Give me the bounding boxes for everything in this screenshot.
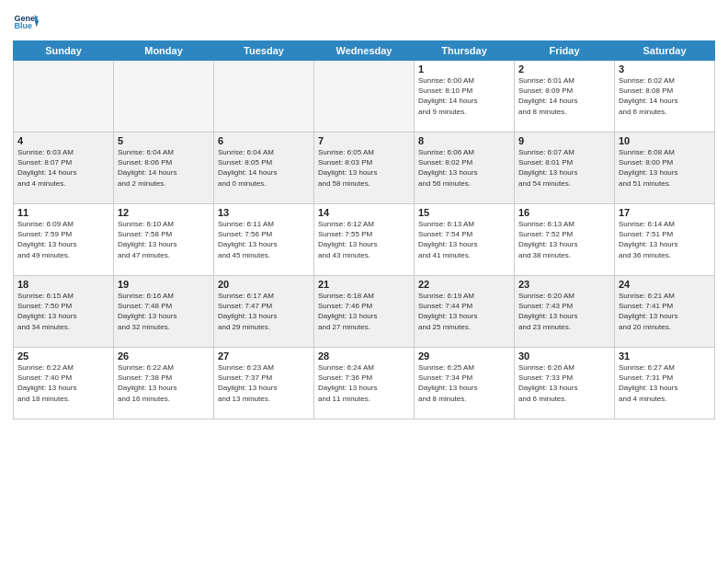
day-info: Sunrise: 6:21 AM Sunset: 7:41 PM Dayligh… xyxy=(619,291,711,332)
day-info: Sunrise: 6:24 AM Sunset: 7:36 PM Dayligh… xyxy=(318,362,410,404)
calendar-cell: 3Sunrise: 6:02 AM Sunset: 8:08 PM Daylig… xyxy=(615,61,715,132)
calendar-cell: 21Sunrise: 6:18 AM Sunset: 7:46 PM Dayli… xyxy=(314,276,415,348)
calendar-cell: 23Sunrise: 6:20 AM Sunset: 7:43 PM Dayli… xyxy=(515,276,615,348)
day-number: 15 xyxy=(418,207,510,218)
day-number: 14 xyxy=(318,207,410,218)
day-info: Sunrise: 6:12 AM Sunset: 7:55 PM Dayligh… xyxy=(318,219,410,260)
calendar-cell: 25Sunrise: 6:22 AM Sunset: 7:40 PM Dayli… xyxy=(14,348,114,419)
calendar-cell: 8Sunrise: 6:06 AM Sunset: 8:02 PM Daylig… xyxy=(415,132,515,204)
day-info: Sunrise: 6:03 AM Sunset: 8:07 PM Dayligh… xyxy=(17,147,109,189)
day-info: Sunrise: 6:18 AM Sunset: 7:46 PM Dayligh… xyxy=(318,291,410,332)
svg-text:Blue: Blue xyxy=(14,21,32,30)
day-number: 30 xyxy=(518,350,610,362)
day-number: 20 xyxy=(218,279,310,290)
day-info: Sunrise: 6:00 AM Sunset: 8:10 PM Dayligh… xyxy=(418,75,510,117)
day-info: Sunrise: 6:22 AM Sunset: 7:40 PM Dayligh… xyxy=(17,362,109,404)
calendar-cell: 5Sunrise: 6:04 AM Sunset: 8:06 PM Daylig… xyxy=(114,132,214,204)
calendar-cell: 9Sunrise: 6:07 AM Sunset: 8:01 PM Daylig… xyxy=(515,132,615,204)
calendar-cell: 16Sunrise: 6:13 AM Sunset: 7:52 PM Dayli… xyxy=(515,204,615,276)
day-info: Sunrise: 6:13 AM Sunset: 7:54 PM Dayligh… xyxy=(418,219,510,260)
day-number: 18 xyxy=(17,279,109,290)
calendar-cell: 26Sunrise: 6:22 AM Sunset: 7:38 PM Dayli… xyxy=(114,348,214,419)
day-info: Sunrise: 6:09 AM Sunset: 7:59 PM Dayligh… xyxy=(17,219,109,260)
calendar-cell: 11Sunrise: 6:09 AM Sunset: 7:59 PM Dayli… xyxy=(14,204,114,276)
calendar-cell: 22Sunrise: 6:19 AM Sunset: 7:44 PM Dayli… xyxy=(415,276,515,348)
day-info: Sunrise: 6:20 AM Sunset: 7:43 PM Dayligh… xyxy=(518,291,610,332)
day-number: 23 xyxy=(518,279,610,290)
weekday-header-friday: Friday xyxy=(515,41,615,61)
day-info: Sunrise: 6:04 AM Sunset: 8:06 PM Dayligh… xyxy=(118,147,210,189)
calendar-cell xyxy=(114,61,214,132)
day-number: 27 xyxy=(218,350,310,362)
day-info: Sunrise: 6:06 AM Sunset: 8:02 PM Dayligh… xyxy=(418,147,510,189)
day-number: 26 xyxy=(118,350,210,362)
day-number: 16 xyxy=(518,207,610,218)
weekday-header-saturday: Saturday xyxy=(615,41,715,61)
weekday-header-monday: Monday xyxy=(114,41,214,61)
day-info: Sunrise: 6:11 AM Sunset: 7:56 PM Dayligh… xyxy=(218,219,310,260)
calendar-cell: 31Sunrise: 6:27 AM Sunset: 7:31 PM Dayli… xyxy=(615,348,715,419)
day-number: 28 xyxy=(318,350,410,362)
day-info: Sunrise: 6:10 AM Sunset: 7:58 PM Dayligh… xyxy=(118,219,210,260)
calendar-cell: 24Sunrise: 6:21 AM Sunset: 7:41 PM Dayli… xyxy=(615,276,715,348)
day-number: 2 xyxy=(518,63,610,75)
day-number: 6 xyxy=(218,135,310,146)
calendar-cell: 28Sunrise: 6:24 AM Sunset: 7:36 PM Dayli… xyxy=(314,348,415,419)
weekday-header-row: SundayMondayTuesdayWednesdayThursdayFrid… xyxy=(14,41,715,61)
day-number: 10 xyxy=(619,135,711,146)
weekday-header-tuesday: Tuesday xyxy=(214,41,314,61)
weekday-header-thursday: Thursday xyxy=(415,41,515,61)
day-number: 22 xyxy=(418,279,510,290)
calendar-cell: 13Sunrise: 6:11 AM Sunset: 7:56 PM Dayli… xyxy=(214,204,314,276)
calendar-cell: 20Sunrise: 6:17 AM Sunset: 7:47 PM Dayli… xyxy=(214,276,314,348)
day-info: Sunrise: 6:14 AM Sunset: 7:51 PM Dayligh… xyxy=(619,219,711,260)
week-row-1: 4Sunrise: 6:03 AM Sunset: 8:07 PM Daylig… xyxy=(14,132,715,204)
day-number: 19 xyxy=(118,279,210,290)
week-row-2: 11Sunrise: 6:09 AM Sunset: 7:59 PM Dayli… xyxy=(14,204,715,276)
week-row-0: 1Sunrise: 6:00 AM Sunset: 8:10 PM Daylig… xyxy=(14,61,715,132)
day-info: Sunrise: 6:15 AM Sunset: 7:50 PM Dayligh… xyxy=(17,291,109,332)
calendar-cell: 18Sunrise: 6:15 AM Sunset: 7:50 PM Dayli… xyxy=(14,276,114,348)
day-number: 13 xyxy=(218,207,310,218)
day-info: Sunrise: 6:17 AM Sunset: 7:47 PM Dayligh… xyxy=(218,291,310,332)
day-info: Sunrise: 6:19 AM Sunset: 7:44 PM Dayligh… xyxy=(418,291,510,332)
calendar-cell: 30Sunrise: 6:26 AM Sunset: 7:33 PM Dayli… xyxy=(515,348,615,419)
day-number: 24 xyxy=(619,279,711,290)
svg-marker-3 xyxy=(35,21,39,28)
day-number: 3 xyxy=(619,63,711,75)
calendar-cell: 19Sunrise: 6:16 AM Sunset: 7:48 PM Dayli… xyxy=(114,276,214,348)
calendar-table: SundayMondayTuesdayWednesdayThursdayFrid… xyxy=(13,40,715,419)
day-info: Sunrise: 6:07 AM Sunset: 8:01 PM Dayligh… xyxy=(518,147,610,189)
day-number: 5 xyxy=(118,135,210,146)
day-info: Sunrise: 6:02 AM Sunset: 8:08 PM Dayligh… xyxy=(619,75,711,117)
week-row-4: 25Sunrise: 6:22 AM Sunset: 7:40 PM Dayli… xyxy=(14,348,715,419)
weekday-header-wednesday: Wednesday xyxy=(314,41,415,61)
day-number: 29 xyxy=(418,350,510,362)
calendar-cell: 10Sunrise: 6:08 AM Sunset: 8:00 PM Dayli… xyxy=(615,132,715,204)
page-container: General Blue SundayMondayTuesdayWednesda… xyxy=(0,0,728,425)
weekday-header-sunday: Sunday xyxy=(14,41,114,61)
day-info: Sunrise: 6:04 AM Sunset: 8:05 PM Dayligh… xyxy=(218,147,310,189)
calendar-cell: 29Sunrise: 6:25 AM Sunset: 7:34 PM Dayli… xyxy=(415,348,515,419)
calendar-cell: 7Sunrise: 6:05 AM Sunset: 8:03 PM Daylig… xyxy=(314,132,415,204)
calendar-body: 1Sunrise: 6:00 AM Sunset: 8:10 PM Daylig… xyxy=(14,61,715,419)
calendar-cell: 1Sunrise: 6:00 AM Sunset: 8:10 PM Daylig… xyxy=(415,61,515,132)
day-number: 9 xyxy=(518,135,610,146)
day-number: 25 xyxy=(17,350,109,362)
calendar-cell: 15Sunrise: 6:13 AM Sunset: 7:54 PM Dayli… xyxy=(415,204,515,276)
day-number: 17 xyxy=(619,207,711,218)
day-number: 7 xyxy=(318,135,410,146)
day-info: Sunrise: 6:23 AM Sunset: 7:37 PM Dayligh… xyxy=(218,362,310,404)
day-info: Sunrise: 6:08 AM Sunset: 8:00 PM Dayligh… xyxy=(619,147,711,189)
day-info: Sunrise: 6:26 AM Sunset: 7:33 PM Dayligh… xyxy=(518,362,610,404)
calendar-cell: 17Sunrise: 6:14 AM Sunset: 7:51 PM Dayli… xyxy=(615,204,715,276)
calendar-cell: 14Sunrise: 6:12 AM Sunset: 7:55 PM Dayli… xyxy=(314,204,415,276)
calendar-cell: 2Sunrise: 6:01 AM Sunset: 8:09 PM Daylig… xyxy=(515,61,615,132)
day-number: 1 xyxy=(418,63,510,75)
day-info: Sunrise: 6:27 AM Sunset: 7:31 PM Dayligh… xyxy=(619,362,711,404)
day-info: Sunrise: 6:13 AM Sunset: 7:52 PM Dayligh… xyxy=(518,219,610,260)
day-number: 21 xyxy=(318,279,410,290)
calendar-cell: 12Sunrise: 6:10 AM Sunset: 7:58 PM Dayli… xyxy=(114,204,214,276)
week-row-3: 18Sunrise: 6:15 AM Sunset: 7:50 PM Dayli… xyxy=(14,276,715,348)
day-number: 8 xyxy=(418,135,510,146)
